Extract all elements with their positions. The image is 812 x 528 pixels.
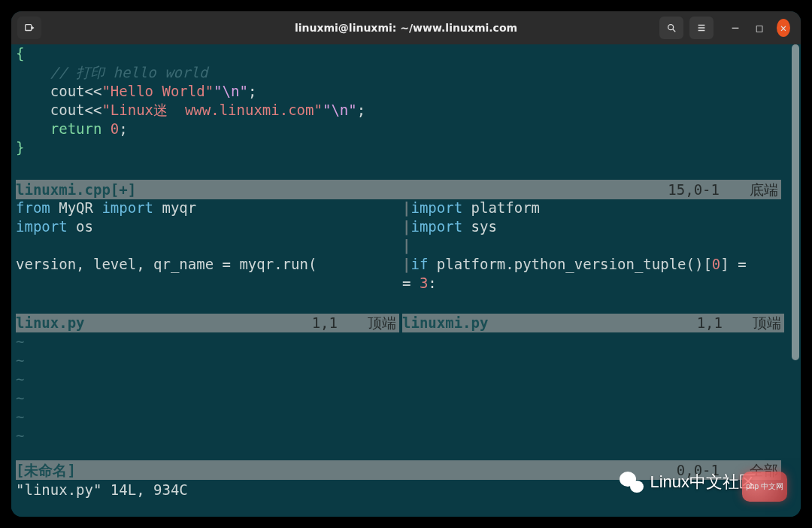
new-tab-button[interactable] bbox=[17, 17, 41, 39]
vim-statusbar-pyright: linuxmi.py 1,1 顶端 bbox=[402, 314, 784, 332]
status-filename: linuxmi.cpp bbox=[16, 181, 111, 199]
titlebar: linuxmi@linuxmi: ~/www.linuxmi.com ─ □ ✕ bbox=[11, 11, 801, 44]
status-percent: 底端 bbox=[750, 181, 778, 199]
wechat-icon bbox=[620, 470, 644, 494]
status-modified-flag: [+] bbox=[111, 181, 136, 199]
vim-pane-cpp[interactable]: { // 打印 hello world cout<<"Hello World""… bbox=[16, 44, 801, 197]
code-comment: // 打印 hello world bbox=[16, 64, 208, 80]
hamburger-menu-button[interactable] bbox=[689, 17, 714, 39]
vim-statusbar-cpp: linuxmi.cpp [+] 15,0-1 底端 bbox=[16, 180, 781, 199]
vim-pane-python-right[interactable]: |import platform |import sys | |if platf… bbox=[402, 199, 786, 313]
close-button[interactable]: ✕ bbox=[777, 19, 790, 37]
status-cursor-pos: 15,0-1 bbox=[668, 181, 720, 199]
svg-rect-0 bbox=[26, 25, 32, 31]
vim-pane-empty[interactable]: ~ ~ ~ ~ ~ ~ bbox=[16, 332, 786, 460]
vim-vsplit-border: | bbox=[402, 199, 411, 216]
vim-tilde: ~ bbox=[16, 333, 24, 350]
search-button[interactable] bbox=[659, 17, 683, 39]
terminal-scrollbar[interactable] bbox=[792, 44, 799, 466]
terminal-body[interactable]: { // 打印 hello world cout<<"Hello World""… bbox=[11, 44, 801, 517]
vim-statusbar-pyleft: linux.py 1,1 顶端 bbox=[16, 314, 399, 332]
vim-pane-python-left[interactable]: from MyQR import myqr import os version,… bbox=[16, 199, 399, 313]
scrollbar-thumb[interactable] bbox=[792, 44, 799, 360]
watermark-php: php 中文网 bbox=[742, 472, 787, 502]
terminal-window: linuxmi@linuxmi: ~/www.linuxmi.com ─ □ ✕… bbox=[11, 11, 801, 517]
maximize-button[interactable]: □ bbox=[753, 22, 766, 34]
watermark-wechat: Linux中文社区 bbox=[620, 470, 756, 494]
code-brace: { bbox=[16, 45, 24, 62]
svg-point-1 bbox=[668, 25, 674, 30]
minimize-button[interactable]: ─ bbox=[729, 22, 742, 34]
